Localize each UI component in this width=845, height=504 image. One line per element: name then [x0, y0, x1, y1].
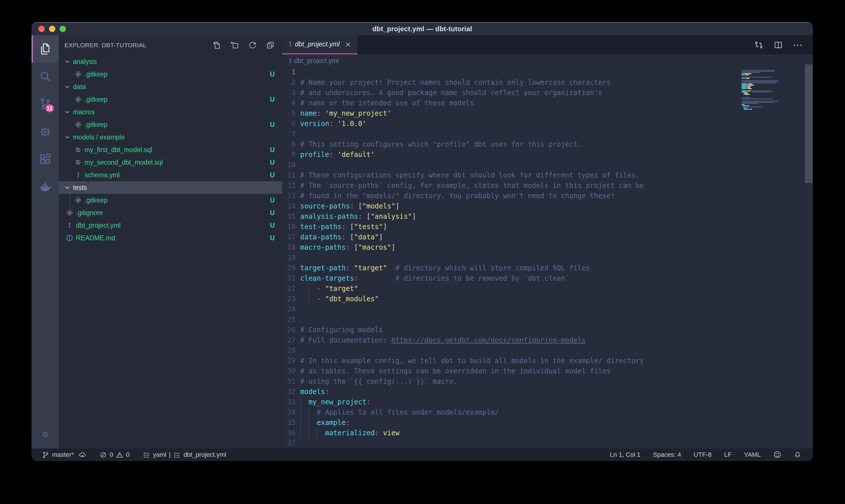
- cursor-position[interactable]: Ln 1, Col 1: [610, 451, 640, 458]
- split-editor-icon[interactable]: [773, 40, 783, 50]
- new-file-icon[interactable]: [212, 41, 221, 50]
- code-line-26[interactable]: 26# Configuring models: [282, 325, 813, 335]
- more-actions-icon[interactable]: ⋯: [793, 39, 803, 51]
- close-window-button[interactable]: [38, 26, 45, 32]
- settings-gear-button[interactable]: ⚙: [32, 421, 59, 448]
- code-line-6[interactable]: 6version: '1.0.0': [282, 119, 813, 129]
- tree-item-analysis[interactable]: analysis: [59, 55, 282, 68]
- code-line-8[interactable]: 8# This setting configures which "profil…: [282, 139, 813, 149]
- code-line-21[interactable]: 21clean-targets: # directories to be rem…: [282, 273, 813, 284]
- tree-item--gitkeep[interactable]: .gitkeepU: [59, 118, 282, 131]
- tree-item-models-example[interactable]: models / example: [59, 131, 282, 143]
- publish-changes-button[interactable]: [78, 451, 86, 459]
- feedback-smiley-icon[interactable]: ☺: [773, 451, 781, 458]
- code-line-16[interactable]: 16test-paths: ["tests"]: [282, 222, 813, 232]
- code-line-5[interactable]: 5name: 'my_new_project': [282, 108, 813, 119]
- tree-item-readme-md[interactable]: README.mdU: [59, 232, 282, 244]
- code-line-29[interactable]: 29# In this example config, we tell dbt …: [282, 356, 813, 366]
- error-count: 0: [110, 451, 113, 458]
- activity-debug-button[interactable]: [32, 118, 59, 145]
- tree-item--gitkeep[interactable]: .gitkeepU: [59, 194, 282, 206]
- breadcrumb[interactable]: ! dbt_project.yml: [282, 54, 813, 67]
- code-area[interactable]: 12# Name your project! Project names sho…: [282, 67, 813, 448]
- code-line-19[interactable]: 19: [282, 253, 813, 263]
- open-changes-icon[interactable]: [754, 40, 763, 50]
- code-lines: 12# Name your project! Project names sho…: [282, 67, 813, 448]
- activity-extensions-button[interactable]: [32, 145, 59, 173]
- code-line-3[interactable]: 3# and underscores. A good package name …: [282, 88, 813, 98]
- tree-item-my-second-dbt-model-sql[interactable]: my_second_dbt_model.sqlU: [59, 156, 282, 169]
- tree-item-my-first-dbt-model-sql[interactable]: my_first_dbt_model.sqlU: [59, 143, 282, 156]
- activity-source-control-button[interactable]: 11: [32, 90, 59, 118]
- tree-item-dbt-project-yml[interactable]: !dbt_project.ymlU: [59, 219, 282, 232]
- line-number: 8: [282, 139, 295, 149]
- tree-item-tests[interactable]: tests: [59, 181, 282, 194]
- git-untracked-badge: U: [270, 70, 275, 78]
- code-line-10[interactable]: 10: [282, 160, 813, 170]
- files-icon: [38, 42, 52, 56]
- problems-indicator[interactable]: 0 0: [100, 451, 130, 459]
- minimap[interactable]: [742, 69, 789, 111]
- refresh-icon[interactable]: [248, 41, 257, 50]
- line-number: 21: [282, 273, 295, 284]
- code-line-37[interactable]: 37: [282, 438, 813, 448]
- git-branch-icon: [42, 451, 50, 459]
- code-line-7[interactable]: 7: [282, 129, 813, 139]
- tab-dbt-project-yml[interactable]: ! dbt_project.yml ×: [282, 35, 358, 54]
- minimize-window-button[interactable]: [49, 26, 55, 32]
- tree-item--gitkeep[interactable]: .gitkeepU: [59, 93, 282, 106]
- code-line-33[interactable]: 33 my_new_project:: [282, 397, 813, 407]
- title-bar[interactable]: dbt_project.yml — dbt-tutorial: [32, 23, 813, 35]
- code-line-30[interactable]: 30# as tables. These settings can be ove…: [282, 366, 813, 376]
- collapse-all-icon[interactable]: [266, 41, 275, 50]
- tree-item-label: models / example: [73, 133, 125, 141]
- tree-item-label: tests: [73, 184, 87, 192]
- tree-item-macros[interactable]: macros: [59, 106, 282, 118]
- language-mode-indicator[interactable]: YAML: [744, 451, 761, 458]
- code-line-31[interactable]: 31# using the `{{ config(...) }}` macro.: [282, 376, 813, 386]
- code-line-14[interactable]: 14source-paths: ["models"]: [282, 201, 813, 211]
- eol-indicator[interactable]: LF: [724, 451, 732, 458]
- code-line-28[interactable]: 28: [282, 345, 813, 356]
- activity-docker-button[interactable]: [32, 173, 59, 200]
- code-line-24[interactable]: 24: [282, 304, 813, 314]
- git-branch-indicator[interactable]: master*: [42, 451, 74, 459]
- code-line-27[interactable]: 27# Full documentation: https://docs.get…: [282, 335, 813, 345]
- line-number: 26: [282, 325, 295, 335]
- maximize-window-button[interactable]: [59, 26, 66, 32]
- editor-scrollbar-thumb[interactable]: [805, 65, 813, 183]
- code-line-1[interactable]: 1: [282, 67, 813, 77]
- code-line-35[interactable]: 35 example:: [282, 417, 813, 428]
- code-line-18[interactable]: 18macro-paths: ["macros"]: [282, 242, 813, 253]
- tree-item-schema-yml[interactable]: !schema.ymlU: [59, 169, 282, 181]
- code-line-15[interactable]: 15analysis-paths: ["analysis"]: [282, 211, 813, 222]
- tree-item--gitkeep[interactable]: .gitkeepU: [59, 68, 282, 80]
- tree-item-data[interactable]: data: [59, 80, 282, 93]
- code-line-17[interactable]: 17data-paths: ["data"]: [282, 232, 813, 242]
- code-line-13[interactable]: 13# found in the "models/" directory. Yo…: [282, 191, 813, 201]
- code-line-36[interactable]: 36 materialized: view: [282, 428, 813, 438]
- tree-item--gitignore[interactable]: .gitignoreU: [59, 206, 282, 219]
- tab-close-icon[interactable]: ×: [345, 40, 351, 49]
- git-untracked-badge: U: [270, 159, 275, 166]
- code-line-2[interactable]: 2# Name your project! Project names shou…: [282, 77, 813, 88]
- code-line-25[interactable]: 25: [282, 314, 813, 325]
- code-line-23[interactable]: 23 - "dbt_modules": [282, 294, 813, 304]
- encoding-indicator[interactable]: UTF-8: [694, 451, 712, 458]
- new-folder-icon[interactable]: [230, 41, 239, 50]
- code-line-11[interactable]: 11# These configurations specify where d…: [282, 170, 813, 180]
- code-line-34[interactable]: 34 # Applies to all files under models/e…: [282, 407, 813, 417]
- code-line-9[interactable]: 9profile: 'default': [282, 149, 813, 160]
- yaml-schema-selector[interactable]: yaml | dbt_project.yml: [143, 451, 226, 459]
- code-line-22[interactable]: 22 - "target": [282, 284, 813, 294]
- code-line-12[interactable]: 12# The `source-paths` config, for examp…: [282, 180, 813, 191]
- code-line-32[interactable]: 32models:: [282, 386, 813, 397]
- window-title: dbt_project.yml — dbt-tutorial: [372, 25, 472, 33]
- indentation-indicator[interactable]: Spaces: 4: [653, 451, 681, 458]
- code-line-20[interactable]: 20target-path: "target" # directory whic…: [282, 263, 813, 273]
- activity-search-button[interactable]: [32, 63, 59, 90]
- code-line-4[interactable]: 4# name or the intended use of these mod…: [282, 98, 813, 108]
- git-file-icon: [74, 95, 82, 103]
- notifications-bell[interactable]: [794, 451, 802, 459]
- activity-explorer-button[interactable]: [32, 35, 59, 63]
